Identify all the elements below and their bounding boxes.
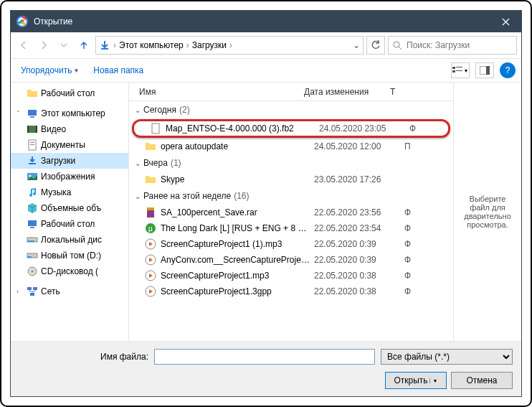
address-bar[interactable]: › Этот компьютер › Загрузки › ⌄ <box>95 36 364 55</box>
svg-rect-23 <box>30 227 34 228</box>
svg-rect-27 <box>27 256 32 258</box>
sidebar-item-downloads[interactable]: Загрузки <box>11 153 128 169</box>
sidebar-item-video[interactable]: Видео <box>11 121 128 137</box>
chevron-right-icon: › <box>229 40 232 50</box>
file-row[interactable]: ScreenCaptureProject1 (1).mp322.05.2020 … <box>129 236 453 252</box>
svg-rect-17 <box>30 142 34 143</box>
sidebar-item-documents[interactable]: Документы <box>11 137 128 153</box>
torrent-icon: µ <box>145 223 156 234</box>
svg-rect-19 <box>29 163 36 164</box>
search-placeholder: Поиск: Загрузки <box>407 40 470 50</box>
breadcrumb-root[interactable]: Этот компьютер <box>119 40 184 50</box>
breadcrumb-folder[interactable]: Загрузки <box>192 40 227 50</box>
sidebar-item-desktop[interactable]: Рабочий стол <box>11 85 128 101</box>
open-button[interactable]: Открыть ▼ <box>385 372 447 389</box>
chevron-down-icon: ⌄ <box>135 192 141 200</box>
media-icon <box>145 270 156 281</box>
view-mode-button[interactable]: ▼ <box>451 62 470 78</box>
svg-rect-12 <box>30 116 34 118</box>
chevron-down-icon: ⌄ <box>135 159 141 167</box>
svg-rect-35 <box>147 207 154 210</box>
sidebar-item-localdisk[interactable]: Локальный дис <box>11 232 128 248</box>
sidebar-item-network[interactable]: ›Сеть <box>11 284 128 299</box>
svg-rect-14 <box>27 126 29 133</box>
group-header[interactable]: ⌄Сегодня (2) <box>129 101 453 118</box>
cube-icon <box>27 202 38 214</box>
forward-button[interactable] <box>35 37 52 54</box>
svg-rect-15 <box>36 126 37 133</box>
preview-pane-button[interactable] <box>475 62 494 78</box>
svg-text:µ: µ <box>148 225 153 233</box>
svg-rect-6 <box>456 67 462 67</box>
group-header[interactable]: ⌄Ранее на этой неделе (16) <box>129 187 453 205</box>
filename-label: Имя файла: <box>19 352 148 362</box>
sidebar: Рабочий стол ˅Этот компьютер Видео Докум… <box>11 83 129 341</box>
open-dialog: Открытие › Этот компьютер › Загрузки › ⌄… <box>10 10 522 397</box>
disk-icon <box>27 250 38 261</box>
preview-text: Выберите файл для дварительно просмотра. <box>460 195 516 229</box>
column-date[interactable]: Дата изменения <box>304 87 390 97</box>
titlebar: Открытие <box>11 11 521 32</box>
back-button[interactable] <box>15 37 32 54</box>
cd-icon <box>27 266 38 277</box>
window-title: Открытие <box>34 17 491 27</box>
sidebar-item-pc[interactable]: ˅Этот компьютер <box>11 106 128 121</box>
svg-rect-25 <box>27 240 34 242</box>
toolbar: Упорядочить ▼ Новая папка ▼ ? <box>11 58 521 83</box>
new-folder-button[interactable]: Новая папка <box>89 62 148 78</box>
organize-button[interactable]: Упорядочить ▼ <box>16 62 83 78</box>
svg-rect-32 <box>30 293 34 296</box>
refresh-button[interactable] <box>366 36 385 55</box>
svg-rect-33 <box>152 123 159 134</box>
dropdown-icon[interactable]: ⌄ <box>353 40 360 50</box>
svg-rect-5 <box>452 67 455 69</box>
close-button[interactable] <box>491 11 520 32</box>
folder-icon <box>145 174 156 185</box>
sidebar-item-images[interactable]: Изображения <box>11 169 128 184</box>
svg-rect-30 <box>27 287 32 290</box>
cancel-button[interactable]: Отмена <box>451 372 513 389</box>
file-icon <box>150 123 161 134</box>
svg-rect-13 <box>27 126 37 133</box>
file-row[interactable]: ScreenCaptureProject1.mp322.05.2020 0:38… <box>129 268 453 284</box>
recent-button[interactable] <box>55 37 72 54</box>
svg-point-4 <box>394 42 399 47</box>
download-icon <box>27 155 38 167</box>
file-list: Имя Дата изменения Т ⌄Сегодня (2) Map_EN… <box>129 83 453 341</box>
file-row[interactable]: ScreenCaptureProject1.3gpp22.05.2020 0:3… <box>129 284 453 299</box>
file-row[interactable]: SA_100percent_Save.rar22.05.2020 23:56Ф <box>129 205 453 220</box>
chevron-right-icon: › <box>186 40 189 50</box>
folder-icon <box>145 141 156 152</box>
svg-point-29 <box>32 271 34 273</box>
media-icon <box>145 238 156 250</box>
file-row[interactable]: Map_ENTSO-E-4.000.000 (3).fb224.05.2020 … <box>132 119 450 138</box>
music-icon <box>27 187 38 198</box>
svg-rect-7 <box>452 70 455 72</box>
filetype-select[interactable]: Все файлы (*.*) <box>381 349 513 365</box>
column-headers: Имя Дата изменения Т <box>129 83 453 101</box>
up-button[interactable] <box>75 37 92 54</box>
file-row[interactable]: Skype23.05.2020 17:26 <box>129 172 453 187</box>
file-row[interactable]: AnyConv.com__ScreenCaptureProject1...22.… <box>129 252 453 268</box>
help-button[interactable]: ? <box>500 62 516 78</box>
file-row[interactable]: opera autoupdate24.05.2020 12:00П <box>129 139 453 154</box>
sidebar-item-cd[interactable]: CD-дисковод ( <box>11 263 128 279</box>
video-icon <box>27 123 38 135</box>
sidebar-item-music[interactable]: Музыка <box>11 184 128 200</box>
chevron-right-icon: › <box>113 40 116 50</box>
sidebar-item-desktop2[interactable]: Рабочий стол <box>11 216 128 232</box>
filename-input[interactable] <box>154 349 375 365</box>
column-type[interactable]: Т <box>390 87 453 97</box>
group-header[interactable]: ⌄Вчера (1) <box>129 154 453 172</box>
sidebar-item-volume-d[interactable]: Новый том (D:) <box>11 248 128 263</box>
file-row[interactable]: µThe Long Dark [L] [RUS + ENG + 8 ENG] (… <box>129 220 453 236</box>
search-input[interactable]: Поиск: Загрузки <box>388 36 517 55</box>
sidebar-item-3d[interactable]: Объемные объ <box>11 200 128 216</box>
bottom-panel: Имя файла: Все файлы (*.*) Открыть ▼ Отм… <box>11 341 521 396</box>
chrome-icon <box>16 16 28 27</box>
column-name[interactable]: Имя <box>139 87 304 97</box>
media-icon <box>145 286 156 297</box>
svg-rect-31 <box>33 287 37 290</box>
doc-icon <box>27 139 38 151</box>
disk-icon <box>27 234 38 245</box>
